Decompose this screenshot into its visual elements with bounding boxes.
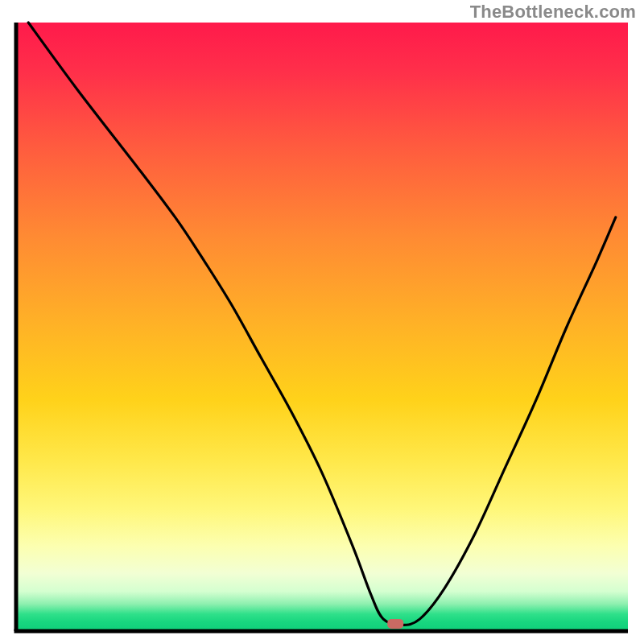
bottleneck-chart bbox=[0, 0, 644, 644]
chart-stage: TheBottleneck.com bbox=[0, 0, 644, 644]
chart-background bbox=[16, 23, 628, 631]
optimal-point-marker bbox=[387, 619, 403, 629]
